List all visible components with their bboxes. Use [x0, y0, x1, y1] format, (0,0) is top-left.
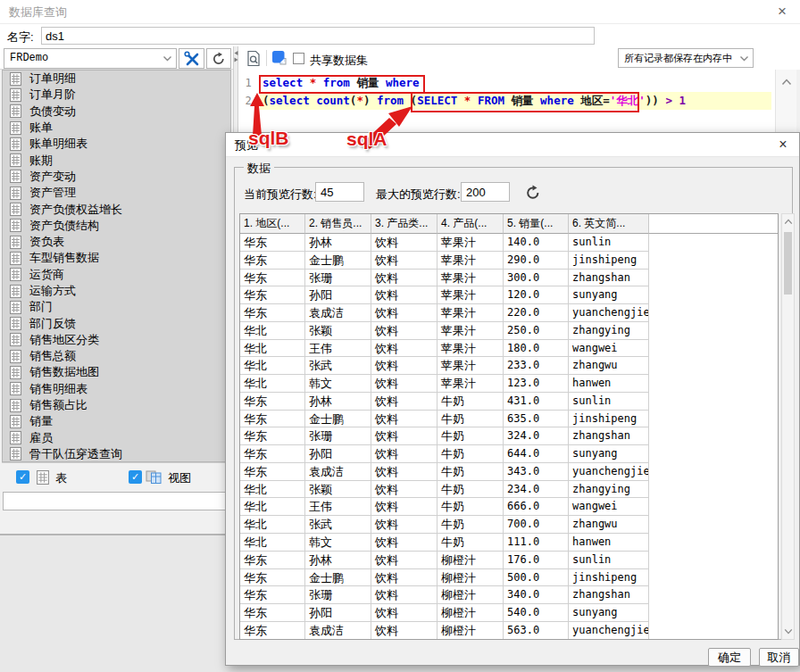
table-row[interactable]: 华东袁成洁饮料柳橙汁563.0yuanchengjie	[240, 622, 778, 640]
dialog-close-icon[interactable]: ×	[771, 133, 796, 156]
sidebar-table-item[interactable]: 资产管理	[3, 185, 230, 201]
table-row[interactable]: 华东孙阳饮料苹果汁120.0sunyang	[240, 286, 778, 304]
sidebar-table-item[interactable]: 订单明细	[3, 71, 230, 87]
sidebar-table-item[interactable]: 骨干队伍穿透查询	[3, 446, 230, 462]
sidebar-table-item[interactable]: 订单月阶	[3, 87, 230, 103]
max-rows-label: 最大的预览行数:	[376, 187, 461, 203]
name-input[interactable]	[41, 27, 595, 45]
header-cell[interactable]: 3. 产品类...	[371, 214, 438, 234]
table-cell: 牛奶	[438, 445, 504, 463]
table-row[interactable]: 华东孙阳饮料柳橙汁540.0sunyang	[240, 604, 778, 622]
table-row[interactable]: 华北张武饮料苹果汁233.0zhangwu	[240, 357, 778, 375]
preview-table-scrollbar[interactable]	[781, 213, 795, 640]
header-cell[interactable]: 1. 地区(...	[240, 214, 305, 234]
scrollbar-thumb[interactable]	[784, 232, 792, 295]
table-cell: 苹果汁	[438, 340, 504, 358]
header-cell[interactable]: 5. 销量(...	[504, 214, 569, 234]
table-row[interactable]: 华东袁成洁饮料苹果汁220.0yuanchengjie	[240, 304, 778, 322]
current-rows-input[interactable]	[315, 182, 364, 202]
sidebar-table-item[interactable]: 运输方式	[3, 283, 230, 299]
table-row[interactable]: 华东孙阳饮料牛奶644.0sunyang	[240, 445, 778, 463]
sidebar-table-label: 资负表	[29, 234, 64, 250]
sidebar-table-item[interactable]: 销售总额	[3, 348, 230, 364]
sidebar-table-item[interactable]: 账单	[3, 120, 230, 136]
sidebar-table-item[interactable]: 负债变动	[3, 104, 230, 120]
table-row[interactable]: 华北张武饮料牛奶700.0zhangwu	[240, 516, 778, 534]
header-cell[interactable]: 4. 产品(...	[438, 214, 504, 234]
sidebar-table-item[interactable]: 雇员	[3, 430, 230, 446]
table-cell: 180.0	[504, 340, 569, 358]
table-row[interactable]: 华东孙林饮料苹果汁140.0sunlin	[240, 234, 778, 252]
view-type-checkbox[interactable]	[129, 470, 142, 484]
refresh-icon	[525, 185, 541, 201]
table-row[interactable]: 华北张颖饮料牛奶234.0zhangying	[240, 481, 778, 499]
header-cell[interactable]: 2. 销售员...	[305, 214, 371, 234]
blue-page-icon[interactable]	[271, 50, 287, 65]
table-row[interactable]: 华北张颖饮料苹果汁250.0zhangying	[240, 322, 778, 340]
row-filler	[649, 340, 778, 358]
sidebar-table-item[interactable]: 资产负债结构	[3, 218, 230, 234]
sidebar-table-item[interactable]: 销售明细表	[3, 381, 230, 397]
storage-select[interactable]: 所有记录都保存在内存中	[618, 48, 754, 68]
cancel-button[interactable]: 取消	[759, 648, 799, 667]
table-cell: 华东	[240, 270, 305, 287]
sidebar-table-item[interactable]: 资负表	[3, 234, 230, 250]
table-row[interactable]: 华东张珊饮料苹果汁300.0zhangshan	[240, 270, 778, 287]
sidebar-table-item[interactable]: 销售数据地图	[3, 364, 230, 380]
sidebar-table-item[interactable]: 销售地区分类	[3, 332, 230, 348]
table-cell: 孙阳	[305, 286, 371, 304]
table-cell: 苹果汁	[438, 286, 504, 304]
table-icon	[10, 382, 21, 395]
table-cell: 孙林	[305, 393, 371, 411]
sidebar-table-item[interactable]: 资产变动	[3, 169, 230, 185]
max-rows-input[interactable]	[461, 182, 510, 202]
refresh-icon	[212, 52, 226, 66]
table-cell: sunyang	[569, 445, 649, 463]
window-close-icon[interactable]: ×	[770, 0, 795, 23]
sidebar-table-item[interactable]: 部门	[3, 299, 230, 315]
table-row[interactable]: 华北王伟饮料苹果汁180.0wangwei	[240, 340, 778, 358]
table-icon	[10, 447, 21, 460]
table-cell: 柳橙汁	[438, 622, 504, 640]
sidebar-table-item[interactable]: 资产负债权益增长	[3, 201, 230, 217]
table-row[interactable]: 华东张珊饮料柳橙汁340.0zhangshan	[240, 586, 778, 604]
table-cell: 华北	[240, 498, 305, 516]
sidebar-table-item[interactable]: 销量	[3, 413, 230, 429]
ok-button[interactable]: 确定	[708, 648, 751, 667]
table-row[interactable]: 华北韩文饮料牛奶111.0hanwen	[240, 534, 778, 552]
refresh-datasource-button[interactable]	[206, 48, 231, 69]
sidebar-table-item[interactable]: 运货商	[3, 267, 230, 283]
refresh-preview-button[interactable]	[522, 182, 544, 203]
sidebar-table-item[interactable]: 部门反馈	[3, 315, 230, 331]
table-cell: 华北	[240, 340, 305, 358]
table-row[interactable]: 华东张珊饮料牛奶324.0zhangshan	[240, 427, 778, 445]
annotation-box-sqla	[411, 92, 639, 112]
table-row[interactable]: 华东金士鹏饮料柳橙汁500.0jinshipeng	[240, 569, 778, 587]
table-row[interactable]: 华东孙林饮料柳橙汁176.0sunlin	[240, 552, 778, 569]
sidebar-table-item[interactable]: 销售额占比	[3, 397, 230, 413]
datasource-tools-button[interactable]	[179, 48, 204, 69]
table-cell: zhangwu	[569, 357, 649, 375]
table-type-checkbox[interactable]	[16, 470, 29, 484]
table-row[interactable]: 华东金士鹏饮料苹果汁290.0jinshipeng	[240, 252, 778, 270]
share-dataset-checkbox[interactable]	[293, 53, 304, 64]
table-cell: 饮料	[371, 270, 438, 287]
table-row[interactable]: 华东孙林饮料牛奶431.0sunlin	[240, 393, 778, 411]
table-cell: 华东	[240, 586, 305, 604]
preview-sql-button[interactable]	[243, 47, 264, 69]
table-row[interactable]: 华东袁成洁饮料牛奶343.0yuanchengjie	[240, 463, 778, 481]
table-cell: 644.0	[504, 445, 569, 463]
sidebar-table-item[interactable]: 账单明细表	[3, 136, 230, 152]
sidebar-search-input[interactable]	[3, 492, 228, 510]
table-row[interactable]: 华东金士鹏饮料牛奶635.0jinshipeng	[240, 411, 778, 428]
header-cell[interactable]: 6. 英文简...	[569, 214, 649, 234]
sidebar-table-item[interactable]: 车型销售数据	[3, 250, 230, 266]
table-cell: sunlin	[569, 552, 649, 569]
table-cell: 饮料	[371, 534, 438, 552]
table-cell: 700.0	[504, 516, 569, 534]
table-cell: zhangwu	[569, 516, 649, 534]
datasource-select[interactable]: FRDemo	[4, 48, 177, 69]
sidebar-table-item[interactable]: 账期	[3, 152, 230, 168]
table-row[interactable]: 华北韩文饮料苹果汁123.0hanwen	[240, 375, 778, 393]
table-row[interactable]: 华北王伟饮料牛奶666.0wangwei	[240, 498, 778, 516]
